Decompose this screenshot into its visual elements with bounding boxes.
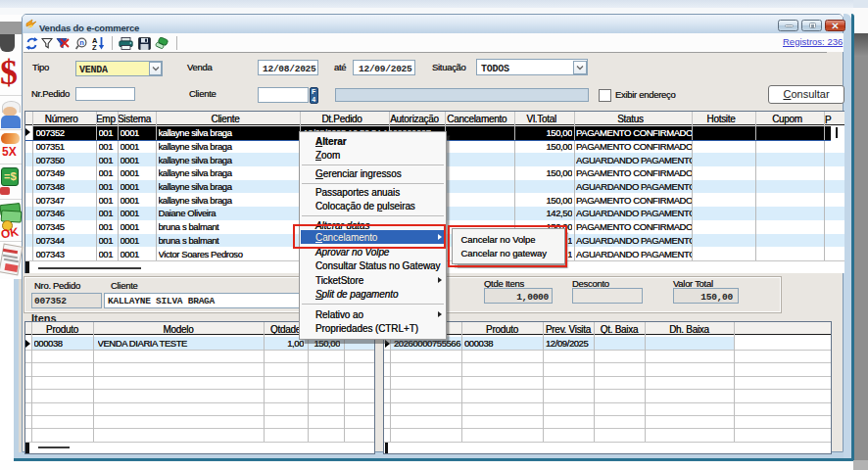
svg-text:Z: Z (92, 43, 97, 51)
svg-text:n: n (79, 38, 84, 47)
